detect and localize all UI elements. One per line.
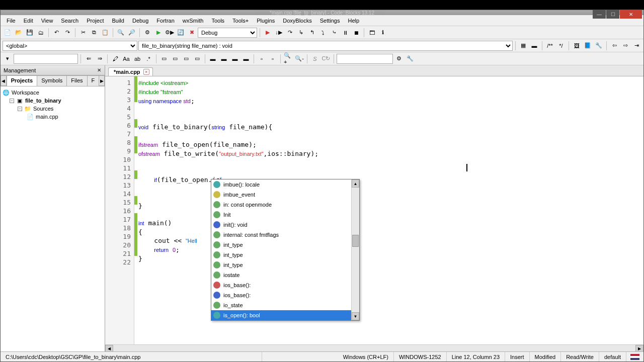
menu-doxyblocks[interactable]: DoxyBlocks xyxy=(279,17,315,25)
symbol-search-input[interactable] xyxy=(337,54,393,64)
menu-wxsmith[interactable]: wxSmith xyxy=(179,17,208,25)
build-target-dropdown[interactable]: Debug xyxy=(198,28,257,38)
next-bookmark-button[interactable]: ⇒ xyxy=(95,54,105,64)
autocomplete-scrollbar[interactable]: ▲ ▼ xyxy=(351,179,359,320)
management-close-button[interactable]: ✕ xyxy=(96,66,103,73)
autocomplete-item[interactable]: int_type xyxy=(211,240,359,250)
abort-button[interactable]: ✖ xyxy=(187,28,197,38)
collapse-icon[interactable]: − xyxy=(10,99,14,103)
menu-settings[interactable]: Settings xyxy=(316,17,344,25)
file-tab-main[interactable]: *main.cpp × xyxy=(108,67,153,76)
doxy-html-icon[interactable]: 🖼 xyxy=(572,41,582,51)
autocomplete-item[interactable]: imbue_event xyxy=(211,190,359,200)
scroll-thumb[interactable] xyxy=(352,235,359,247)
find-button[interactable]: 🔍 xyxy=(116,28,126,38)
scope-dropdown[interactable]: <global> xyxy=(3,41,137,51)
block-sel-icon[interactable]: ▭ xyxy=(159,54,169,64)
toggle-1-icon[interactable]: ▫ xyxy=(257,54,267,64)
step-out-button[interactable]: ↰ xyxy=(307,28,317,38)
regex-icon[interactable]: .* xyxy=(143,54,153,64)
tab-files[interactable]: Files xyxy=(66,75,87,86)
menu-debug[interactable]: Debug xyxy=(128,17,152,25)
block-6-icon[interactable]: ▬ xyxy=(230,54,240,64)
minimize-button[interactable]: — xyxy=(593,10,606,19)
language-flag-icon[interactable] xyxy=(630,354,639,360)
autocomplete-item[interactable]: init(): void xyxy=(211,220,359,230)
break-button[interactable]: ⏸ xyxy=(340,28,350,38)
next-instr-button[interactable]: ⤵ xyxy=(318,28,328,38)
menu-plugins[interactable]: Plugins xyxy=(253,17,279,25)
scroll-up-button[interactable]: ▲ xyxy=(352,179,359,188)
zoom-in-icon[interactable]: 🔍+ xyxy=(283,54,293,64)
tree-file-main[interactable]: 📄 main.cpp xyxy=(3,113,103,121)
open-button[interactable]: 📂 xyxy=(14,28,24,38)
project-tree[interactable]: 🌐 Workspace − ▣ file_to_binary − 📁 Sourc… xyxy=(1,86,105,352)
autocomplete-item[interactable]: ios_base(): xyxy=(211,290,359,300)
tabs-scroll-right[interactable]: ▶ xyxy=(99,75,105,86)
doxy-block-icon[interactable]: ▦ xyxy=(518,41,528,51)
save-all-button[interactable]: 🗂 xyxy=(36,28,46,38)
info-button[interactable]: ℹ xyxy=(378,28,388,38)
menu-project[interactable]: Project xyxy=(83,17,108,25)
nav-fwd-button[interactable]: ⇨ xyxy=(620,41,630,51)
tabs-scroll-left[interactable]: ◀ xyxy=(1,75,7,86)
close-button[interactable]: ✕ xyxy=(620,10,642,19)
prev-bookmark-button[interactable]: ⇐ xyxy=(84,54,94,64)
collapse-icon[interactable]: − xyxy=(18,107,22,111)
menu-search[interactable]: Search xyxy=(57,17,83,25)
toggle-2-icon[interactable]: ▫ xyxy=(268,54,278,64)
autocomplete-item[interactable]: Init xyxy=(211,210,359,220)
run-button[interactable]: ▶ xyxy=(153,28,164,38)
autocomplete-item[interactable]: io_state xyxy=(211,300,359,310)
new-file-button[interactable]: 📄 xyxy=(3,28,13,38)
doxy-line-icon[interactable]: ▬ xyxy=(529,41,539,51)
menu-edit[interactable]: Edit xyxy=(20,17,37,25)
menu-tools[interactable]: Tools xyxy=(207,17,228,25)
debug-windows-button[interactable]: 🗔 xyxy=(367,28,377,38)
stop-button[interactable]: ⏹ xyxy=(351,28,361,38)
autocomplete-item[interactable]: imbue(): locale xyxy=(211,179,359,190)
doxy-run-icon[interactable]: */ xyxy=(556,41,566,51)
cut-button[interactable]: ✂ xyxy=(78,28,88,38)
menu-help[interactable]: Help xyxy=(344,17,363,25)
autocomplete-item[interactable]: ios_base(): xyxy=(211,280,359,290)
doxy-config-icon[interactable]: 🔧 xyxy=(594,41,604,51)
doxy-comment-icon[interactable]: /** xyxy=(545,41,555,51)
autocomplete-item[interactable]: int_type xyxy=(211,260,359,270)
save-button[interactable]: 💾 xyxy=(25,28,35,38)
scroll-down-button[interactable]: ▼ xyxy=(352,312,359,320)
tab-projects[interactable]: Projects xyxy=(7,75,37,86)
menu-view[interactable]: View xyxy=(37,17,57,25)
build-run-button[interactable]: ⚙▶ xyxy=(165,28,175,38)
tree-project[interactable]: − ▣ file_to_binary xyxy=(3,97,103,105)
redo-button[interactable]: ↷ xyxy=(62,28,72,38)
block-2-icon[interactable]: ▭ xyxy=(181,54,191,64)
quick-search-input[interactable] xyxy=(14,54,78,64)
maximize-button[interactable]: ☐ xyxy=(606,10,619,19)
autocomplete-popup[interactable]: imbue(): localeimbue_eventin: const open… xyxy=(211,179,360,321)
settings-icon[interactable]: ⚙ xyxy=(394,54,404,64)
menu-build[interactable]: Build xyxy=(108,17,128,25)
s-icon[interactable]: S xyxy=(310,54,320,64)
undo-button[interactable]: ↶ xyxy=(51,28,61,38)
debug-continue-button[interactable]: ▶ xyxy=(263,28,273,38)
nav-back-button[interactable]: ⇦ xyxy=(609,41,619,51)
block-3-icon[interactable]: ▭ xyxy=(192,54,202,64)
code-editor[interactable]: 12345678910111213141516171819202122 #inc… xyxy=(105,76,643,344)
menu-fortran[interactable]: Fortran xyxy=(152,17,178,25)
autocomplete-item[interactable]: int_type xyxy=(211,250,359,260)
zoom-out-icon[interactable]: 🔍- xyxy=(294,54,304,64)
block-7-icon[interactable]: ▬ xyxy=(241,54,251,64)
autocomplete-item[interactable]: iostate xyxy=(211,270,359,280)
c-refresh-icon[interactable]: C↻ xyxy=(321,54,331,64)
paste-button[interactable]: 📋 xyxy=(100,28,110,38)
tab-close-button[interactable]: × xyxy=(143,69,149,75)
tab-fsymbols[interactable]: F xyxy=(87,75,100,86)
highlight-icon[interactable]: 🖍 xyxy=(110,54,120,64)
nav-last-button[interactable]: ⇥ xyxy=(631,41,641,51)
next-line-button[interactable]: ↷ xyxy=(285,28,295,38)
autocomplete-item[interactable]: is_open(): bool xyxy=(211,310,359,320)
menu-file[interactable]: File xyxy=(3,17,20,25)
build-button[interactable]: ⚙ xyxy=(142,28,152,38)
tree-workspace[interactable]: 🌐 Workspace xyxy=(3,88,103,97)
